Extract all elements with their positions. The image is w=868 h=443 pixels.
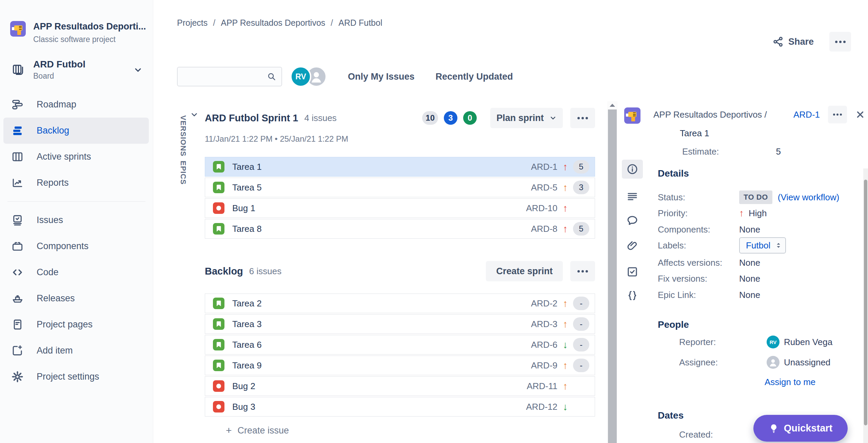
detail-issue-key[interactable]: ARD-1: [793, 109, 820, 120]
plan-sprint-button[interactable]: Plan sprint: [490, 108, 563, 128]
issue-title: Tarea 2: [232, 298, 262, 309]
add-item-icon: [11, 344, 24, 357]
scroll-up-arrow[interactable]: [607, 101, 617, 109]
sidebar-item-backlog[interactable]: Backlog: [3, 118, 149, 144]
sprint-collapse-chevron[interactable]: [190, 110, 199, 119]
backlog-more-button[interactable]: [570, 261, 595, 281]
attachments-icon[interactable]: [622, 236, 643, 255]
sidebar-item-project-settings[interactable]: Project settings: [3, 364, 149, 390]
issue-row[interactable]: Tarea 5 ARD-5 ↑ 3: [205, 178, 595, 197]
chevron-down-icon[interactable]: [133, 65, 143, 75]
search-box: [177, 67, 282, 86]
subtasks-icon[interactable]: [622, 262, 643, 281]
detail-summary[interactable]: Tarea 1: [680, 128, 709, 139]
board-subtitle: Board: [33, 72, 85, 81]
view-workflow-link[interactable]: (View workflow): [778, 192, 840, 203]
estimate-badge[interactable]: -: [573, 297, 589, 310]
panel-scrollbar[interactable]: [863, 168, 868, 443]
comments-icon[interactable]: [622, 211, 643, 230]
affects-versions-row: Affects versions: None: [658, 258, 760, 268]
issue-row[interactable]: Bug 2 ARD-11 ↑: [205, 376, 595, 396]
reporter-avatar[interactable]: RV: [767, 336, 780, 348]
tab-versions[interactable]: VERSIONS: [179, 115, 188, 157]
estimate-badge[interactable]: 3: [573, 181, 589, 194]
issue-row[interactable]: Tarea 6 ARD-6 ↓ -: [205, 335, 595, 355]
issue-title: Bug 3: [232, 402, 255, 412]
estimate-badge[interactable]: -: [573, 338, 589, 351]
avatar-rv[interactable]: RV: [290, 66, 311, 87]
issue-row[interactable]: Tarea 8 ARD-8 ↑ 5: [205, 219, 595, 239]
estimate-badge[interactable]: -: [573, 359, 589, 372]
sidebar-item-project-pages[interactable]: Project pages: [3, 311, 149, 338]
scrollbar-thumb[interactable]: [608, 109, 617, 443]
filter-only-my-issues[interactable]: Only My Issues: [348, 72, 415, 82]
panel-scrollbar-thumb[interactable]: [864, 180, 867, 425]
issue-row[interactable]: Tarea 3 ARD-3 ↑ -: [205, 314, 595, 334]
issue-row[interactable]: Tarea 1 ARD-1 ↑ 5: [205, 157, 595, 177]
estimate-badge[interactable]: 5: [573, 160, 589, 174]
issue-key: ARD-11: [527, 381, 557, 391]
reports-icon: [11, 177, 24, 189]
filter-recently-updated[interactable]: Recently Updated: [436, 72, 513, 82]
sidebar-item-active-sprints[interactable]: Active sprints: [3, 144, 149, 170]
issue-row[interactable]: Bug 1 ARD-10 ↑: [205, 198, 595, 218]
issue-title: Tarea 6: [232, 340, 262, 350]
plus-icon: +: [226, 425, 232, 436]
quickstart-button[interactable]: Quickstart: [753, 415, 848, 442]
status-badge[interactable]: TO DO: [739, 190, 772, 204]
tab-epics[interactable]: EPICS: [179, 161, 188, 185]
sprint-header: ARD Futbol Sprint 1 4 issues 10 3 0 Plan…: [205, 107, 595, 129]
sidebar-item-code[interactable]: Code: [3, 259, 149, 285]
detail-breadcrumb-project[interactable]: APP Resultados Deportivos /: [653, 109, 767, 120]
create-issue-button[interactable]: + Create issue: [205, 423, 595, 438]
code-icon: [11, 266, 24, 279]
backlog-scrollbar[interactable]: [607, 101, 617, 443]
issue-key: ARD-8: [531, 224, 557, 234]
sprint-more-button[interactable]: [570, 108, 595, 128]
dev-braces-icon[interactable]: [622, 286, 643, 305]
description-icon[interactable]: [622, 187, 643, 206]
labels-select[interactable]: Futbol: [739, 237, 786, 254]
sidebar: APP Resultados Deporti... Classic softwa…: [0, 0, 153, 443]
project-avatar-icon[interactable]: [10, 21, 26, 37]
issue-key: ARD-2: [531, 298, 557, 309]
detail-more-button[interactable]: [828, 106, 847, 123]
fix-versions-row: Fix versions: None: [658, 274, 760, 284]
info-icon[interactable]: [622, 160, 643, 179]
issue-row[interactable]: Bug 3 ARD-12 ↓: [205, 397, 595, 417]
sprint-title[interactable]: ARD Futbol Sprint 1: [205, 113, 298, 124]
backlog-title[interactable]: Backlog: [205, 266, 243, 277]
board-switcher[interactable]: ARD Futbol Board: [12, 59, 143, 81]
sidebar-item-add-item[interactable]: Add item: [3, 338, 149, 364]
estimate-value[interactable]: 5: [776, 146, 781, 157]
priority-arrow-icon: ↑: [557, 298, 573, 309]
priority-arrow-icon: ↓: [557, 401, 573, 412]
assign-to-me-link[interactable]: Assign to me: [765, 377, 815, 387]
search-input[interactable]: [183, 72, 267, 82]
breadcrumb-projects[interactable]: Projects: [177, 18, 208, 28]
issue-row[interactable]: Tarea 9 ARD-9 ↑ -: [205, 356, 595, 375]
sidebar-item-roadmap[interactable]: Roadmap: [3, 92, 149, 118]
story-icon: [213, 339, 224, 350]
board-name: ARD Futbol: [33, 59, 85, 70]
reporter-name[interactable]: Ruben Vega: [784, 337, 832, 347]
create-sprint-button[interactable]: Create sprint: [486, 261, 563, 281]
assignee-name[interactable]: Unassigned: [784, 357, 830, 368]
breadcrumb-board[interactable]: ARD Futbol: [338, 18, 382, 28]
project-avatar-icon: [624, 107, 640, 124]
sidebar-item-components[interactable]: Components: [3, 233, 149, 259]
close-icon[interactable]: [855, 109, 865, 120]
sidebar-item-issues[interactable]: Issues: [3, 207, 149, 233]
page-more-button[interactable]: [829, 32, 851, 52]
estimate-badge[interactable]: -: [573, 317, 589, 331]
sidebar-item-releases[interactable]: Releases: [3, 285, 149, 311]
estimate-badge[interactable]: 5: [573, 222, 589, 236]
share-button[interactable]: Share: [772, 36, 814, 47]
sidebar-item-reports[interactable]: Reports: [3, 170, 149, 196]
sidebar-divider: [7, 201, 145, 202]
reporter-row: Reporter: RV Ruben Vega: [679, 336, 832, 348]
issue-row[interactable]: Tarea 2 ARD-2 ↑ -: [205, 294, 595, 313]
issue-key: ARD-10: [526, 203, 557, 214]
breadcrumb-project[interactable]: APP Resultados Deportivos: [221, 18, 325, 28]
assignee-avatar[interactable]: [767, 356, 780, 369]
